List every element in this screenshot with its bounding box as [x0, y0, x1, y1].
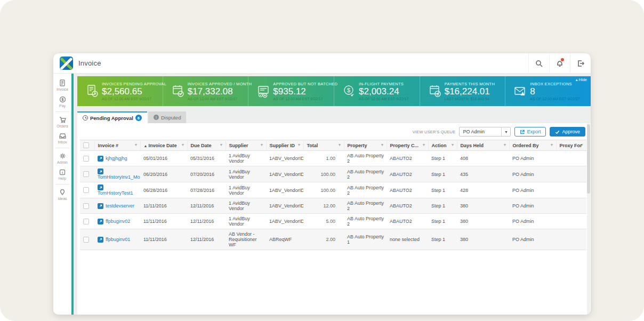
tab-disputed[interactable]: ! Disputed: [148, 111, 187, 123]
table-row: ffpbuginv02 11/11/2016 12/11/2016 1 Avid…: [80, 214, 586, 229]
column-menu-icon[interactable]: ▼: [338, 143, 342, 147]
col-invoice-date[interactable]: ▼▲Invoice Date: [140, 140, 187, 151]
sidebar-item-pay[interactable]: Pay: [53, 93, 71, 110]
col-supplier-id[interactable]: ▼Supplier ID: [266, 140, 303, 151]
invoice-image-icon[interactable]: [98, 184, 103, 190]
sidebar-label: Pay: [59, 104, 66, 108]
invoice-link[interactable]: testdevserver: [106, 203, 134, 208]
cell-invoice-date: 11/11/2016: [140, 198, 187, 214]
kpi-approved-not-batched[interactable]: APPROVED BUT NOT BATCHED $935.12 AS OF 1…: [248, 76, 334, 106]
table-row: TomHistoryInv1_Mo... 06/20/2016 07/20/20…: [80, 166, 586, 182]
sidebar-item-invoice[interactable]: Invoice: [53, 77, 71, 93]
col-proxy-for[interactable]: ▼Proxy For: [556, 140, 586, 151]
column-menu-icon[interactable]: ▼: [220, 143, 223, 147]
page-background: Invoice: [0, 0, 644, 321]
calendar-dollar-icon: $: [425, 83, 445, 99]
col-total[interactable]: ▼Total: [303, 140, 344, 151]
row-checkbox[interactable]: [83, 219, 89, 224]
sidebar-item-ideas[interactable]: Ideas: [53, 186, 71, 203]
select-all-checkbox[interactable]: [83, 142, 89, 148]
invoice-link[interactable]: TomHistoryInv1_Mo...: [98, 174, 140, 180]
kpi-value: $2,560.65: [102, 86, 159, 97]
kpi-payments-this-month[interactable]: $ PAYMENTS THIS MONTH $16,224.01 LAST MO…: [420, 76, 506, 106]
tab-pending-approval[interactable]: Pending Approval 6: [77, 111, 147, 123]
row-checkbox[interactable]: [83, 156, 89, 162]
cell-supplier: 1 AvidBuy Vendor: [226, 214, 266, 229]
export-button[interactable]: Export: [514, 127, 546, 137]
col-property-code[interactable]: ▼Property C...: [387, 140, 428, 151]
cell-supplier: AB Vendor - Requisitioner WF: [226, 229, 266, 250]
invoice-image-icon[interactable]: [98, 168, 103, 174]
cell-days-held: 380: [457, 229, 509, 250]
sidebar-item-help[interactable]: Help: [53, 166, 71, 182]
column-menu-icon[interactable]: ▼: [381, 143, 384, 147]
col-due-date[interactable]: ▼Due Date: [187, 140, 226, 151]
cell-due-date: 12/11/2016: [187, 198, 226, 214]
invoice-image-icon[interactable]: [98, 203, 103, 209]
vertical-scrollbar[interactable]: [587, 123, 590, 315]
clock-icon: [83, 115, 88, 121]
kpi-label: INBOX EXCEPTIONS: [530, 82, 579, 86]
kpi-invoices-pending-approval[interactable]: INVOICES PENDING APPROVAL $2,560.65 AS O…: [77, 76, 163, 106]
hide-banner-link[interactable]: ▴ Hide: [576, 77, 587, 82]
row-checkbox[interactable]: [83, 203, 89, 209]
column-menu-icon[interactable]: ▼: [297, 143, 301, 147]
sign-out-icon: [577, 60, 585, 67]
invoice-image-icon[interactable]: [98, 156, 103, 162]
cell-supplier-id: 1ABV_VendorID: [266, 198, 303, 214]
column-menu-icon[interactable]: ▼: [422, 143, 426, 147]
cell-invoice-date: 06/28/2016: [140, 182, 187, 198]
column-menu-icon[interactable]: ▼: [503, 143, 507, 147]
kpi-in-flight-payments[interactable]: $ IN-FLIGHT PAYMENTS $2,003.24 AS OF 12:…: [334, 76, 420, 106]
invoice-status-icon: [254, 83, 273, 99]
row-checkbox[interactable]: [83, 237, 89, 243]
column-menu-icon[interactable]: ▼: [134, 143, 138, 147]
column-menu-icon[interactable]: ▼: [181, 143, 185, 147]
col-days-held[interactable]: ▼Days Held: [457, 140, 509, 151]
search-button[interactable]: [528, 53, 549, 73]
notifications-button[interactable]: [549, 53, 570, 73]
invoice-link[interactable]: ffpbuginv02: [106, 219, 130, 224]
queue-label: VIEW USER'S QUEUE: [413, 130, 456, 134]
cell-days-held: 380: [457, 198, 509, 214]
col-ordered-by[interactable]: ▼Ordered By: [509, 140, 556, 151]
cell-supplier: 1 AvidBuy Vendor: [226, 198, 266, 214]
cell-total: 1.00: [303, 151, 344, 166]
queue-selected-value: PO Admin: [460, 127, 501, 136]
cell-supplier-id: ABReqWF: [266, 229, 303, 250]
invoice-link[interactable]: ffpbuginv01: [106, 237, 130, 242]
cell-supplier-id: 1ABV_VendorID: [266, 166, 303, 182]
invoice-link[interactable]: TomHistoryTest1: [98, 190, 133, 196]
sign-out-button[interactable]: [570, 53, 591, 73]
table-row: testdevserver 11/11/2016 12/11/2016 1 Av…: [80, 198, 586, 214]
cell-action: Step 1: [428, 229, 457, 250]
sidebar-item-inbox[interactable]: Inbox: [53, 130, 71, 146]
col-action[interactable]: ▼Action: [428, 140, 457, 151]
col-invoice-number[interactable]: ▼Invoice #: [94, 140, 140, 151]
user-queue-select[interactable]: PO Admin ▼: [459, 127, 511, 137]
scrollbar-thumb[interactable]: [587, 124, 590, 194]
invoice-image-icon[interactable]: [98, 237, 103, 243]
cell-proxy-for: [556, 214, 586, 229]
approve-button[interactable]: Approve: [550, 127, 585, 137]
cell-ordered-by: PO Admin: [509, 166, 556, 182]
admin-gear-icon: [59, 153, 66, 159]
cell-invoice-date: 05/01/2016: [140, 151, 187, 166]
col-property[interactable]: ▼Property: [344, 140, 387, 151]
column-menu-icon[interactable]: ▼: [550, 143, 554, 147]
cell-ordered-by: PO Admin: [509, 214, 556, 229]
sidebar-item-orders[interactable]: Orders: [53, 114, 71, 130]
row-checkbox[interactable]: [83, 187, 89, 193]
invoice-image-icon[interactable]: [98, 219, 103, 224]
table-row: TomHistoryTest1 06/28/2016 07/28/2016 1 …: [80, 182, 586, 198]
col-supplier[interactable]: ▼Supplier: [226, 140, 266, 151]
kpi-invoices-approved-month[interactable]: INVOICES APPROVED / MONTH $17,332.08 AS …: [163, 76, 249, 106]
column-menu-icon[interactable]: ▼: [260, 143, 264, 147]
ideas-lightbulb-icon: [59, 189, 66, 196]
invoice-link[interactable]: kjhgjhgjhg: [106, 156, 127, 161]
sidebar-item-admin[interactable]: Admin: [53, 150, 71, 166]
row-checkbox[interactable]: [83, 171, 89, 177]
app-header: Invoice: [53, 53, 591, 74]
cell-invoice-date: 11/11/2016: [140, 214, 187, 229]
column-menu-icon[interactable]: ▼: [451, 143, 455, 147]
